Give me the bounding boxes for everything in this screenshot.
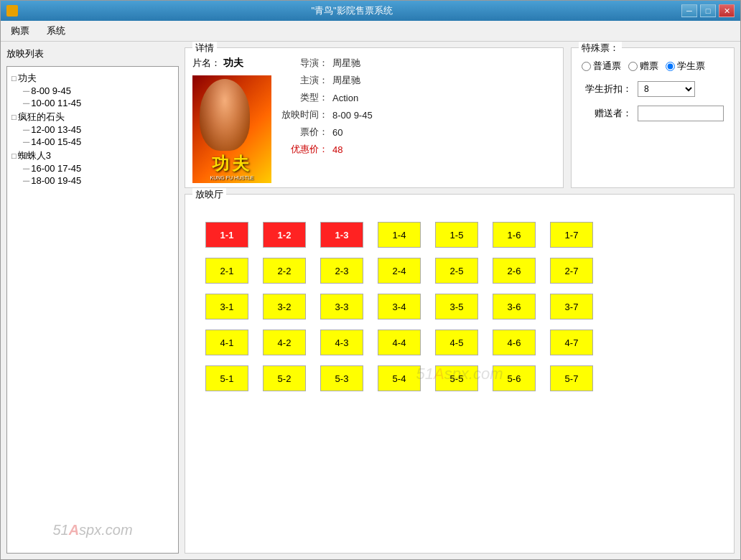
seat-5-4[interactable]: 5-4 xyxy=(378,365,421,391)
radio-normal[interactable] xyxy=(582,62,591,71)
seat-2-2[interactable]: 2-2 xyxy=(263,258,306,284)
seat-2-3[interactable]: 2-3 xyxy=(320,258,363,284)
seat-1-5[interactable]: 1-5 xyxy=(435,222,478,248)
title-bar: "青鸟"影院售票系统 ─ □ ✕ xyxy=(1,1,740,21)
seat-4-6[interactable]: 4-6 xyxy=(493,330,536,355)
seat-4-7[interactable]: 4-7 xyxy=(550,330,593,355)
menu-bar: 购票 系统 xyxy=(1,21,740,42)
film-name: 功夫 xyxy=(223,57,243,70)
student-discount-row: 学生折扣： 8 7 6 5 xyxy=(582,81,724,97)
time-3-2: 18-00 19-45 xyxy=(31,175,81,186)
student-discount-select[interactable]: 8 7 6 5 xyxy=(638,81,695,97)
cast-value: 周星驰 xyxy=(332,74,360,87)
expand-icon-2: □ xyxy=(11,113,17,121)
menu-item-system[interactable]: 系统 xyxy=(41,23,71,39)
tree-children-3: ─ 16-00 17-45 ─ 18-00 19-45 xyxy=(11,162,174,187)
tree-leaf-1-1[interactable]: ─ 8-00 9-45 xyxy=(23,85,174,97)
seat-5-2[interactable]: 5-2 xyxy=(263,365,306,391)
tree-children-2: ─ 12-00 13-45 ─ 14-00 15-45 xyxy=(11,123,174,148)
seat-row-4: 4-14-24-34-44-54-64-7 xyxy=(205,330,593,355)
expand-icon-3: □ xyxy=(11,151,17,160)
genre-value: Action xyxy=(332,93,358,103)
seat-2-1[interactable]: 2-1 xyxy=(205,258,248,284)
seat-5-1[interactable]: 5-1 xyxy=(205,365,248,391)
seat-4-5[interactable]: 4-5 xyxy=(435,330,478,355)
radio-label-gift[interactable]: 赠票 xyxy=(628,60,658,73)
seat-3-6[interactable]: 3-6 xyxy=(493,294,536,319)
window-controls: ─ □ ✕ xyxy=(681,4,735,17)
discount-price-label: 优惠价： xyxy=(279,143,332,156)
seat-3-1[interactable]: 3-1 xyxy=(205,294,248,319)
seat-4-3[interactable]: 4-3 xyxy=(320,330,363,355)
time-2-2: 14-00 15-45 xyxy=(31,136,81,147)
seat-5-7[interactable]: 5-7 xyxy=(550,365,593,391)
time-2-1: 12-00 13-45 xyxy=(31,124,81,135)
tree-children-1: ─ 8-00 9-45 ─ 10-00 11-45 xyxy=(11,85,174,109)
time-label: 放映时间： xyxy=(279,108,332,121)
seat-1-3[interactable]: 1-3 xyxy=(320,222,363,248)
tree-leaf-1-2[interactable]: ─ 10-00 11-45 xyxy=(23,97,174,109)
tree-node-movie-1[interactable]: □ 功夫 xyxy=(11,72,174,85)
seat-3-7[interactable]: 3-7 xyxy=(550,294,593,319)
seat-4-1[interactable]: 4-1 xyxy=(205,330,248,355)
seating-box: 放映厅 1-11-21-31-41-51-61-72-12-22-32-42-5… xyxy=(185,194,735,554)
main-window: "青鸟"影院售票系统 ─ □ ✕ 购票 系统 放映列表 □ 功夫 xyxy=(0,0,741,560)
seat-5-6[interactable]: 5-6 xyxy=(493,365,536,391)
radio-gift-label: 赠票 xyxy=(640,60,658,73)
time-3-1: 16-00 17-45 xyxy=(31,163,81,174)
tree-node-movie-2[interactable]: □ 疯狂的石头 xyxy=(11,111,174,123)
left-panel: 放映列表 □ 功夫 ─ 8-00 9-45 ─ xyxy=(6,47,179,554)
tree-leaf-3-1[interactable]: ─ 16-00 17-45 xyxy=(23,162,174,174)
radio-label-student[interactable]: 学生票 xyxy=(666,60,705,73)
detail-box: 详情 片名： 功夫 功夫 KUN xyxy=(185,47,564,188)
tree-movie-1: □ 功夫 ─ 8-00 9-45 ─ 10-00 11-45 xyxy=(11,71,174,110)
tree-leaf-2-2[interactable]: ─ 14-00 15-45 xyxy=(23,136,174,148)
tree-node-movie-3[interactable]: □ 蜘蛛人3 xyxy=(11,149,174,162)
minimize-button[interactable]: ─ xyxy=(681,4,697,17)
movie-name-3: 蜘蛛人3 xyxy=(18,149,51,162)
seat-2-4[interactable]: 2-4 xyxy=(378,258,421,284)
expand-icon-1: □ xyxy=(11,74,17,83)
price-label: 票价： xyxy=(279,126,332,139)
radio-student[interactable] xyxy=(666,62,675,71)
window-title: "青鸟"影院售票系统 xyxy=(22,4,681,17)
detail-info: 导演： 周星驰 主演： 周星驰 类型： Action xyxy=(279,57,556,183)
seat-1-4[interactable]: 1-4 xyxy=(378,222,421,248)
seat-5-3[interactable]: 5-3 xyxy=(320,365,363,391)
seat-1-2[interactable]: 1-2 xyxy=(263,222,306,248)
seat-2-6[interactable]: 2-6 xyxy=(493,258,536,284)
gift-sender-label: 赠送者： xyxy=(582,107,632,120)
radio-label-normal[interactable]: 普通票 xyxy=(582,60,621,73)
tree-movie-2: □ 疯狂的石头 ─ 12-00 13-45 ─ 14-00 15-45 xyxy=(11,110,174,149)
seating-box-title: 放映厅 xyxy=(192,188,226,201)
detail-box-title: 详情 xyxy=(192,42,217,55)
director-value: 周星驰 xyxy=(332,57,360,70)
seat-4-4[interactable]: 4-4 xyxy=(378,330,421,355)
poster-title: 功夫 xyxy=(212,152,252,175)
seat-1-7[interactable]: 1-7 xyxy=(550,222,593,248)
special-box-title: 特殊票： xyxy=(579,42,622,55)
seat-3-5[interactable]: 3-5 xyxy=(435,294,478,319)
seat-5-5[interactable]: 5-5 xyxy=(435,365,478,391)
radio-gift[interactable] xyxy=(628,62,638,71)
time-1-1: 8-00 9-45 xyxy=(31,85,71,96)
seat-grid: 1-11-21-31-41-51-61-72-12-22-32-42-52-62… xyxy=(191,215,728,398)
app-icon xyxy=(6,5,18,17)
tree-leaf-3-2[interactable]: ─ 18-00 19-45 xyxy=(23,174,174,187)
close-button[interactable]: ✕ xyxy=(719,4,735,17)
gift-sender-input[interactable] xyxy=(638,106,724,121)
seat-2-7[interactable]: 2-7 xyxy=(550,258,593,284)
tree-leaf-2-1[interactable]: ─ 12-00 13-45 xyxy=(23,123,174,136)
seat-3-3[interactable]: 3-3 xyxy=(320,294,363,319)
seat-1-6[interactable]: 1-6 xyxy=(493,222,536,248)
maximize-button[interactable]: □ xyxy=(700,4,716,17)
time-row: 放映时间： 8-00 9-45 xyxy=(279,108,556,121)
cast-label: 主演： xyxy=(279,74,332,87)
seat-3-4[interactable]: 3-4 xyxy=(378,294,421,319)
seat-1-1[interactable]: 1-1 xyxy=(205,222,248,248)
seat-3-2[interactable]: 3-2 xyxy=(263,294,306,319)
discount-price-row: 优惠价： 48 xyxy=(279,143,556,156)
seat-4-2[interactable]: 4-2 xyxy=(263,330,306,355)
seat-2-5[interactable]: 2-5 xyxy=(435,258,478,284)
menu-item-buy[interactable]: 购票 xyxy=(5,23,35,39)
